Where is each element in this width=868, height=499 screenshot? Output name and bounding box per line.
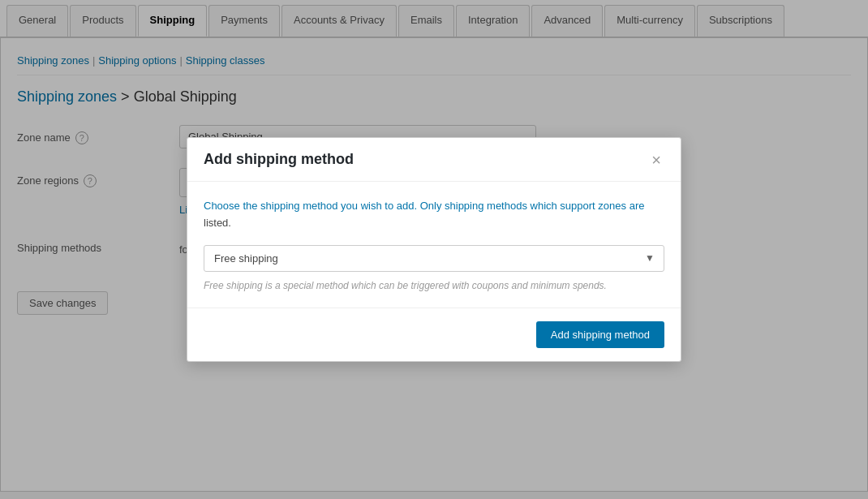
modal-select-wrapper: Free shipping Flat rate Local pickup ▼ bbox=[204, 245, 664, 272]
modal-description: Choose the shipping method you wish to a… bbox=[204, 198, 664, 232]
modal-header: Add shipping method × bbox=[187, 138, 681, 182]
modal-description-text: Choose the shipping method you wish to a… bbox=[204, 200, 644, 212]
modal-title: Add shipping method bbox=[204, 151, 354, 168]
modal-close-button[interactable]: × bbox=[648, 152, 664, 168]
shipping-method-select[interactable]: Free shipping Flat rate Local pickup bbox=[204, 245, 664, 272]
modal-body: Choose the shipping method you wish to a… bbox=[187, 182, 681, 308]
modal-dialog: Add shipping method × Choose the shippin… bbox=[187, 137, 681, 362]
modal-footer: Add shipping method bbox=[187, 308, 681, 361]
modal-description-listed: listed. bbox=[204, 217, 231, 229]
add-shipping-method-button[interactable]: Add shipping method bbox=[536, 321, 664, 348]
shipping-method-hint: Free shipping is a special method which … bbox=[204, 280, 664, 291]
modal-overlay: Add shipping method × Choose the shippin… bbox=[0, 0, 868, 499]
